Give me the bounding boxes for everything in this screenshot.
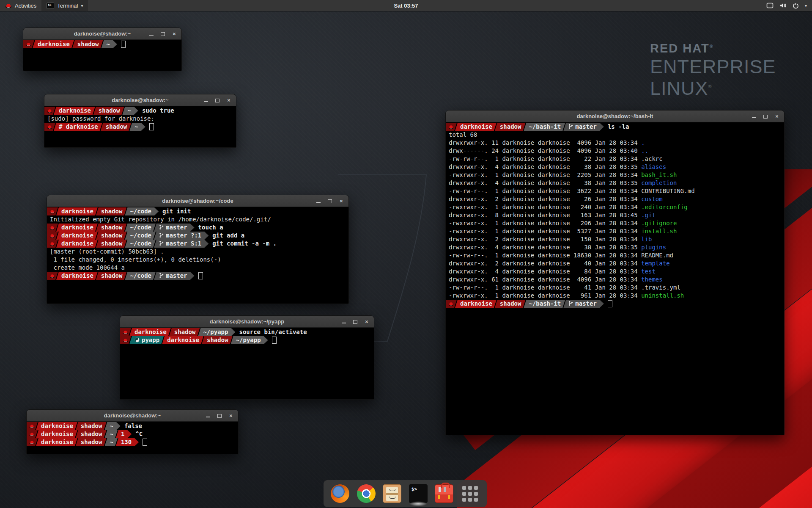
app-grid-icon — [461, 484, 480, 503]
dock-item-files[interactable] — [382, 484, 402, 503]
prompt-segment-git: master S:1 — [154, 240, 208, 248]
minimize-button[interactable] — [341, 319, 346, 324]
maximize-button[interactable] — [763, 114, 768, 119]
output-line: drwxrwxr-x. 61 darknoise darknoise 4096 … — [446, 276, 784, 284]
prompt-segment-icon — [120, 336, 131, 344]
maximize-button[interactable] — [353, 319, 358, 324]
close-button[interactable]: × — [364, 319, 369, 324]
minimize-button[interactable] — [149, 31, 154, 36]
terminal-body[interactable]: darknoiseshadow~/codegit initInitialized… — [47, 207, 348, 304]
terminal-body[interactable]: darknoiseshadow~/bash-itmasterls -latota… — [446, 122, 784, 435]
app-menu-terminal[interactable]: $> Terminal ▾ — [41, 0, 88, 11]
ls-filename: aliases — [641, 163, 666, 170]
prompt-segment-user: darknoise — [33, 40, 74, 48]
maximize-button[interactable] — [160, 31, 165, 36]
window-titlebar[interactable]: darknoise@shadow:~/pyapp× — [120, 316, 374, 328]
minimize-button[interactable] — [316, 199, 321, 204]
terminal-body[interactable]: darknoiseshadow~ — [23, 40, 181, 71]
prompt-segment-icon — [446, 123, 457, 131]
redhat-icon — [47, 125, 52, 129]
terminal-window: darknoise@shadow:~/bash-it×darknoiseshad… — [445, 110, 785, 435]
output-line: drwxrwxr-x. 4 darknoise darknoise 84 Jan… — [446, 268, 784, 276]
window-title: darknoise@shadow:~/pyapp — [120, 318, 374, 325]
dock-item-firefox[interactable] — [330, 484, 350, 503]
output-line: drwxrwxr-x. 2 darknoise darknoise 150 Ja… — [446, 235, 784, 243]
volume-icon[interactable] — [779, 3, 787, 8]
ls-row-text: drwxrwxr-x. 4 darknoise darknoise 38 Jan… — [446, 179, 641, 186]
prompt-segment-path: ~ — [122, 107, 138, 115]
screen-icon[interactable] — [766, 3, 774, 8]
prompt-segment-venv: pyapp — [129, 336, 164, 344]
prompt-segment-path: ~/code — [125, 207, 159, 215]
output-line: -rwxrwxr-x. 1 darknoise darknoise 2205 J… — [446, 171, 784, 179]
prompt-segment-user: darknoise — [56, 240, 98, 248]
chevron-down-icon: ▾ — [81, 3, 83, 8]
redhat-icon — [29, 424, 35, 428]
maximize-button[interactable] — [217, 413, 222, 418]
close-button[interactable]: × — [226, 98, 231, 103]
command-text: ls -la — [608, 123, 629, 130]
dock-item-terminal[interactable]: $> — [409, 484, 428, 503]
system-menu-chevron-icon[interactable]: ▾ — [805, 3, 807, 8]
prompt-segment-path: ~/bash-it — [524, 300, 565, 308]
terminal-body[interactable]: darknoiseshadow~/pyappsource bin/activat… — [120, 328, 374, 399]
prompt-line: darknoiseshadow~/pyappsource bin/activat… — [120, 328, 374, 336]
output-line: drwxrwxr-x. 4 darknoise darknoise 38 Jan… — [446, 243, 784, 251]
close-button[interactable]: × — [774, 114, 779, 119]
minimize-button[interactable] — [752, 114, 757, 119]
prompt-segment-user: darknoise — [56, 224, 98, 232]
ls-filename: lib — [641, 236, 652, 243]
ls-row-text: -rwxrwxr-x. 1 darknoise darknoise 2205 J… — [446, 171, 641, 178]
window-buttons: × — [149, 31, 181, 36]
clock[interactable]: Sat 03:57 — [0, 3, 812, 9]
rhel-logo: RED HAT® ENTERPRISE LINUX® — [650, 42, 776, 98]
prompt-segment-icon — [120, 328, 131, 336]
ls-filename: . — [641, 139, 645, 146]
prompt-segment-exit: 130 — [116, 438, 139, 446]
maximize-button[interactable] — [215, 98, 220, 103]
dock-item-toolbox[interactable] — [434, 484, 454, 503]
prompt-segment-user: darknoise — [56, 272, 98, 280]
prompt-segment-user: # darknoise — [54, 123, 102, 131]
output-text: Initialized empty Git repository in /hom… — [47, 216, 271, 223]
prompt-segment-host: shadow — [96, 240, 127, 248]
window-titlebar[interactable]: darknoise@shadow:~× — [44, 94, 236, 106]
prompt-segment-user: darknoise — [36, 430, 77, 438]
power-icon[interactable] — [793, 3, 799, 9]
terminal-cursor — [198, 272, 203, 279]
activities-button[interactable]: Activities — [0, 0, 41, 11]
prompt-segment-host: shadow — [76, 430, 107, 438]
window-titlebar[interactable]: darknoise@shadow:~/code× — [47, 195, 348, 207]
terminal-body[interactable]: darknoiseshadow~falsedarknoiseshadow~1^C… — [27, 422, 238, 454]
output-line: -rw-rw-r--. 1 darknoise darknoise 22 Jan… — [446, 155, 784, 163]
minimize-button[interactable] — [206, 413, 211, 418]
terminal-cursor — [121, 41, 126, 48]
window-titlebar[interactable]: darknoise@shadow:~/bash-it× — [446, 110, 784, 122]
window-titlebar[interactable]: darknoise@shadow:~× — [23, 28, 181, 40]
terminal-body[interactable]: darknoiseshadow~sudo true[sudo] password… — [44, 106, 236, 147]
prompt-segment-icon — [27, 422, 38, 430]
window-titlebar[interactable]: darknoise@shadow:~× — [27, 410, 238, 422]
maximize-button[interactable] — [327, 199, 332, 204]
command-text: source bin/activate — [239, 329, 307, 335]
output-line: drwxrwxr-x. 4 darknoise darknoise 38 Jan… — [446, 163, 784, 171]
ls-row-text: -rwxrwxr-x. 1 darknoise darknoise 206 Ja… — [446, 220, 641, 226]
prompt-segment-git: master — [154, 224, 195, 232]
close-button[interactable]: × — [172, 31, 177, 36]
dock: $> — [324, 480, 487, 507]
close-button[interactable]: × — [228, 413, 233, 418]
prompt-segment-path: ~/code — [125, 240, 156, 248]
output-line: -rw-rw-r--. 1 darknoise darknoise 41 Jan… — [446, 284, 784, 292]
window-buttons: × — [341, 319, 374, 324]
output-text: total 68 — [446, 131, 477, 138]
redhat-icon — [448, 125, 454, 129]
prompt-segment-path: ~ — [101, 40, 117, 48]
prompt-segment-icon — [47, 272, 58, 280]
ls-row-text: drwx------. 24 darknoise darknoise 4096 … — [446, 147, 641, 154]
dock-item-chrome[interactable] — [357, 484, 376, 503]
dock-item-app-grid[interactable] — [461, 484, 480, 503]
window-buttons: × — [203, 98, 236, 103]
prompt-segment-host: shadow — [76, 422, 107, 430]
close-button[interactable]: × — [339, 199, 344, 204]
minimize-button[interactable] — [203, 98, 208, 103]
